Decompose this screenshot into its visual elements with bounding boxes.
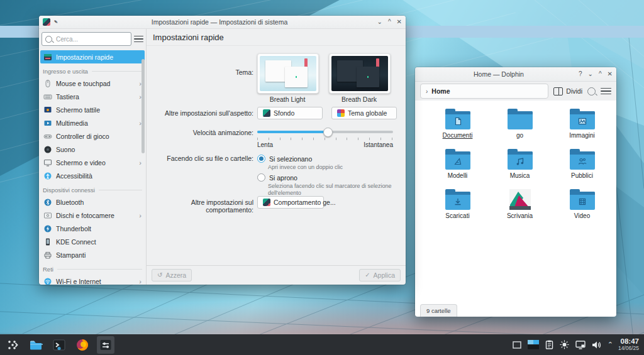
- settings-content: Impostazioni rapide Tema: Breath Light: [147, 29, 406, 285]
- folder-count: 9 cartelle: [426, 307, 451, 314]
- slider-ticks: [257, 138, 393, 140]
- close-icon[interactable]: ✕: [397, 19, 402, 25]
- reset-button[interactable]: ↺ Azzera: [152, 269, 192, 281]
- animation-speed-slider[interactable]: [257, 128, 393, 136]
- theme-option-breath-light[interactable]: Breath Light: [257, 53, 318, 103]
- slider-max-label: Istantanea: [364, 141, 393, 148]
- folder-item[interactable]: go: [489, 107, 551, 139]
- hamburger-menu-button[interactable]: [601, 87, 611, 96]
- theme-option-breath-dark[interactable]: Breath Dark: [329, 53, 389, 103]
- close-icon[interactable]: ✕: [608, 71, 613, 77]
- folder-images-icon: [570, 111, 595, 129]
- firefox-task-button[interactable]: [74, 336, 91, 354]
- dolphin-titlebar[interactable]: Home — Dolphin ? ⌄ ^ ✕: [415, 67, 616, 82]
- sidebar-search[interactable]: [42, 32, 131, 46]
- folder-item[interactable]: Immagini: [551, 107, 613, 139]
- global-theme-button[interactable]: Tema globale: [331, 107, 397, 119]
- chevron-right-icon: ›: [139, 278, 142, 285]
- accessibility-icon: [43, 172, 52, 180]
- sidebar-item-sound[interactable]: Suono: [40, 143, 145, 156]
- search-input[interactable]: [55, 35, 128, 43]
- expand-tray-icon[interactable]: ⌃: [608, 341, 613, 348]
- general-behavior-button[interactable]: Comportamento ge...: [257, 196, 324, 209]
- sidebar-item-multimedia[interactable]: Multimedia ›: [40, 116, 145, 129]
- folder-item[interactable]: Documenti: [426, 107, 489, 139]
- wallpaper-button[interactable]: Sfondo: [257, 107, 323, 119]
- system-settings-app-icon: [43, 18, 50, 26]
- sidebar-item-game-controller[interactable]: Controller di gioco: [40, 129, 145, 143]
- sidebar-item-display[interactable]: Schermo e video ›: [40, 156, 145, 169]
- folder-label: Pubblici: [551, 172, 613, 179]
- pin-icon[interactable]: ✒: [52, 18, 60, 26]
- konsole-task-button[interactable]: [50, 336, 68, 354]
- maximize-icon[interactable]: ^: [599, 71, 602, 77]
- folder-label: go: [489, 132, 551, 139]
- screen-connect-icon[interactable]: [575, 341, 586, 349]
- help-icon[interactable]: ?: [579, 71, 582, 77]
- minimize-icon[interactable]: ⌄: [588, 71, 593, 77]
- clipboard-icon[interactable]: [545, 340, 553, 349]
- settings-titlebar[interactable]: ✒ Impostazioni rapide — Impostazioni di …: [39, 16, 406, 29]
- sidebar-item-mouse[interactable]: Mouse e touchpad ›: [40, 77, 145, 90]
- radio-checked-icon[interactable]: [257, 155, 265, 163]
- brightness-icon[interactable]: [560, 340, 569, 349]
- split-view-button[interactable]: Dividi: [553, 87, 582, 96]
- app-launcher-button[interactable]: [4, 336, 21, 354]
- minimize-icon[interactable]: ⌄: [377, 19, 382, 25]
- radio-unchecked-icon[interactable]: [257, 173, 265, 182]
- gamepad-icon: [43, 132, 52, 141]
- folder-label: Immagini: [551, 132, 613, 139]
- pager-icon[interactable]: [528, 340, 539, 349]
- sidebar-scrollbar[interactable]: [142, 59, 145, 153]
- dolphin-window[interactable]: Home — Dolphin ? ⌄ ^ ✕ › Home Dividi: [415, 67, 616, 316]
- breadcrumb[interactable]: › Home: [420, 84, 548, 99]
- slider-handle[interactable]: [323, 128, 333, 137]
- sidebar-item-disks[interactable]: Dischi e fotocamere ›: [40, 209, 145, 222]
- appearance-label: Altre impostazioni sull'aspetto:: [147, 107, 253, 117]
- sidebar-item-kde-connect[interactable]: KDE Connect: [40, 235, 145, 248]
- sidebar-item-touchscreen[interactable]: Schermo tattile: [40, 103, 145, 116]
- system-settings-window[interactable]: ✒ Impostazioni rapide — Impostazioni di …: [39, 16, 406, 285]
- sidebar-item-keyboard[interactable]: Tastiera ›: [40, 90, 145, 103]
- dolphin-file-view[interactable]: Documenti go Immagini Modelli: [415, 101, 616, 317]
- sidebar-item-bluetooth[interactable]: Bluetooth: [40, 195, 145, 209]
- apply-button[interactable]: ✓ Applica: [359, 269, 401, 281]
- disks-icon: [43, 211, 52, 220]
- slider-min-label: Lenta: [257, 141, 273, 148]
- sidebar-item-quick-settings[interactable]: Impostazioni rapide: [40, 50, 145, 63]
- system-settings-task-button[interactable]: [97, 336, 114, 354]
- kdeconnect-icon: [43, 238, 52, 246]
- folder-label: Modelli: [426, 172, 489, 179]
- folder-item[interactable]: Modelli: [426, 147, 489, 179]
- dolphin-icon: [29, 338, 43, 352]
- folder-label: Video: [551, 212, 613, 219]
- sidebar-item-wifi[interactable]: Wi-Fi e Internet ›: [40, 275, 145, 285]
- dolphin-task-button[interactable]: [27, 336, 45, 354]
- split-view-label: Dividi: [566, 87, 582, 95]
- folder-item[interactable]: Pubblici: [551, 147, 613, 179]
- keyboard-icon: [43, 92, 52, 101]
- folder-item[interactable]: Scaricati: [426, 187, 489, 219]
- sidebar-item-printers[interactable]: Stampanti: [40, 248, 145, 261]
- sidebar-item-thunderbolt[interactable]: Thunderbolt: [40, 222, 145, 235]
- breadcrumb-home[interactable]: Home: [431, 87, 450, 95]
- radio-open-files[interactable]: Si aprono: [257, 173, 406, 182]
- volume-icon[interactable]: [592, 341, 601, 349]
- folder-item[interactable]: Video: [551, 187, 613, 219]
- chevron-right-icon: ›: [139, 212, 142, 219]
- quick-settings-icon: [43, 53, 52, 62]
- firefox-icon: [75, 338, 89, 352]
- folder-item[interactable]: Scrivania: [489, 187, 551, 219]
- radio-select-files[interactable]: Si selezionano: [257, 154, 406, 163]
- folder-public-icon: [570, 151, 595, 170]
- sidebar-item-accessibility[interactable]: Accessibilità: [40, 169, 145, 182]
- search-icon: [587, 87, 596, 96]
- taskbar-clock[interactable]: 08:47 14/06/25: [618, 337, 639, 352]
- folder-item[interactable]: Musica: [489, 147, 551, 179]
- search-button[interactable]: [587, 87, 596, 96]
- sidebar-section: Reti: [40, 264, 145, 275]
- window-icon[interactable]: [513, 341, 521, 349]
- sidebar-menu-button[interactable]: [134, 35, 143, 44]
- desktop-folder-icon: [509, 189, 531, 210]
- maximize-icon[interactable]: ^: [388, 19, 391, 25]
